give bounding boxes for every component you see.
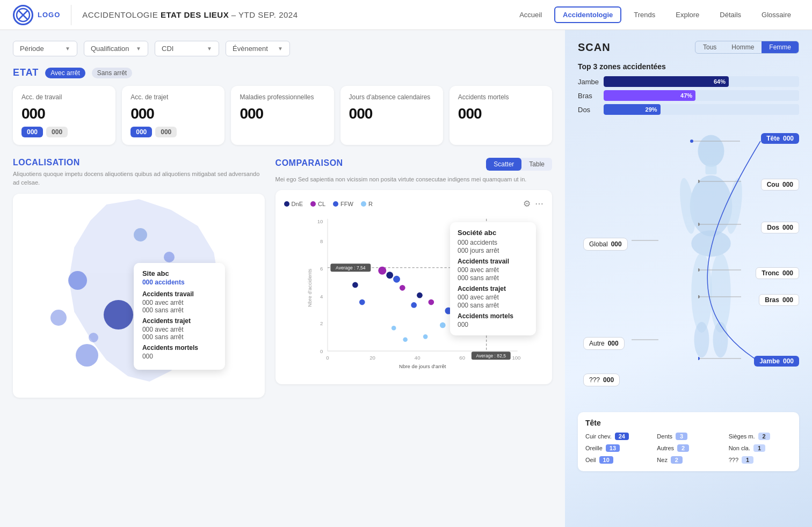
etat-title: ETAT — [13, 67, 39, 78]
badge-sans-arret[interactable]: Sans arrêt — [92, 68, 132, 78]
filter-qualification[interactable]: Qualification ▼ — [84, 41, 148, 56]
svg-text:60: 60 — [459, 355, 465, 361]
logo-icon — [13, 5, 33, 25]
card-value-jours: 000 — [349, 105, 434, 122]
legend-ffw-dot — [333, 201, 338, 207]
top3-dos-fill: 29% — [604, 104, 661, 115]
global-badge: Global 000 — [583, 238, 628, 251]
autre-badge: Autre 000 — [583, 337, 625, 350]
more-icon[interactable]: ⋯ — [535, 199, 543, 209]
detail-table: Tête Cuir chev. 24 Dents 3 Sièges m. 2 O… — [578, 412, 799, 471]
legend-dne-dot — [284, 201, 289, 207]
chevron-down-icon: ▼ — [136, 46, 141, 52]
card-label-jours: Jours d'absence calendaires — [349, 93, 434, 102]
card-btn2-trajet[interactable]: 000 — [155, 127, 177, 137]
toggle-scatter[interactable]: Scatter — [486, 158, 521, 171]
stat-card-maladies: Maladies professionnelles 000 — [231, 86, 334, 145]
detail-cuir: Cuir chev. 24 — [585, 431, 648, 441]
scatter-container: DnE CL FFW R — [276, 190, 552, 384]
scatter-dot[interactable] — [378, 267, 386, 275]
nav-explore[interactable]: Explore — [668, 7, 707, 23]
gender-femme[interactable]: Femme — [762, 41, 799, 53]
detail-count-cuir: 24 — [615, 433, 629, 440]
detail-table-title: Tête — [585, 419, 792, 427]
nav-accidentologie[interactable]: Accidentologie — [554, 6, 621, 23]
bubble-small2[interactable] — [164, 252, 175, 262]
scatter-dot[interactable] — [392, 326, 396, 331]
line-global — [632, 235, 664, 246]
svg-point-35 — [713, 322, 728, 358]
bubble-medium1[interactable] — [68, 271, 87, 290]
filter-evenement[interactable]: Évènement ▼ — [226, 41, 290, 56]
scatter-dot[interactable] — [386, 272, 393, 279]
svg-text:4: 4 — [320, 294, 323, 299]
stat-card-jours: Jours d'absence calendaires 000 — [340, 86, 443, 145]
scatter-dot[interactable] — [428, 299, 434, 305]
scatter-dot[interactable] — [423, 334, 427, 339]
tooltip-accidents: 000 accidents — [142, 279, 216, 286]
scatter-dot[interactable] — [359, 299, 365, 305]
scatter-tooltip-travail-title: Accidents travail — [458, 258, 528, 265]
body-label-jambe: Jambe 000 — [754, 356, 799, 367]
filter-icon[interactable]: ⚙ — [523, 199, 531, 209]
top3-bras-label: Bras — [578, 92, 599, 100]
top3-dos-label: Dos — [578, 106, 599, 114]
etat-header: ETAT Avec arrêt Sans arrêt — [13, 67, 552, 78]
scatter-dot[interactable] — [400, 285, 405, 291]
nav-accueil[interactable]: Accueil — [511, 7, 550, 23]
toggle-table[interactable]: Table — [521, 158, 552, 171]
bubble-large[interactable] — [104, 300, 133, 330]
filter-periode[interactable]: Période ▼ — [13, 41, 77, 56]
bubble-small1[interactable] — [134, 228, 147, 241]
svg-text:Average : 82,5: Average : 82,5 — [476, 353, 506, 358]
scatter-dot[interactable] — [417, 292, 423, 298]
svg-text:40: 40 — [414, 355, 420, 361]
scatter-tooltip-company: Société abc — [458, 229, 528, 237]
bubble-small3[interactable] — [89, 333, 98, 342]
nav-trends[interactable]: Trends — [626, 7, 663, 23]
scatter-dot[interactable] — [352, 282, 358, 288]
scatter-dot[interactable] — [411, 302, 417, 308]
bubble-medium3[interactable] — [76, 344, 98, 367]
card-btn2-travail[interactable]: 000 — [46, 127, 68, 137]
scatter-tooltip-mortels-title: Accidents mortels — [458, 312, 528, 320]
scatter-dot[interactable] — [403, 338, 408, 342]
localisation-section: LOCALISATION Aliquotiens quoque impetu d… — [13, 158, 265, 398]
tooltip-trajet: Accidents trajet 000 avec arrêt 000 sans… — [142, 317, 216, 341]
nav-details[interactable]: Détails — [712, 7, 749, 23]
top3-bars: Jambe 64% Bras 47% Dos 29% — [578, 76, 799, 115]
top3-dos-bar: 29% — [604, 104, 799, 115]
svg-rect-27 — [706, 165, 717, 175]
body-label-tronc: Tronc 000 — [756, 267, 799, 279]
top3-jambe: Jambe 64% — [578, 76, 799, 87]
gender-homme[interactable]: Homme — [724, 41, 762, 53]
detail-nez: Nez 2 — [657, 455, 720, 465]
card-btn1-trajet[interactable]: 000 — [130, 127, 152, 137]
card-value-travail: 000 — [21, 105, 107, 122]
tooltip-site: Site abc — [142, 269, 216, 277]
filter-cdi[interactable]: CDI ▼ — [155, 41, 219, 56]
gender-tous[interactable]: Tous — [695, 41, 724, 53]
bubble-medium2[interactable] — [50, 310, 67, 326]
comp-header: COMPARAISON Scatter Table — [276, 158, 552, 171]
svg-text:Nbre de jours d'arrêt: Nbre de jours d'arrêt — [399, 363, 446, 369]
card-btn1-travail[interactable]: 000 — [21, 127, 43, 137]
comparaison-section: COMPARAISON Scatter Table Mei ego Sed sa… — [276, 158, 552, 398]
filters-bar: Période ▼ Qualification ▼ CDI ▼ Évènemen… — [13, 41, 552, 56]
comp-toggle: Scatter Table — [486, 158, 552, 171]
scatter-dot[interactable] — [440, 323, 446, 328]
top3-bras-bar: 47% — [604, 90, 799, 101]
body-silhouette — [673, 122, 749, 369]
stat-card-trajet: Acc. de trajet 000 000 000 — [122, 86, 224, 145]
legend-cl-dot — [310, 201, 316, 207]
badge-avec-arret[interactable]: Avec arrêt — [45, 68, 85, 78]
detail-qqq: ??? 1 — [729, 455, 792, 465]
card-label-mortels: Accidents mortels — [458, 93, 543, 102]
nav-glossaire[interactable]: Glossaire — [753, 7, 799, 23]
card-value-maladies: 000 — [240, 105, 325, 122]
body-diagram: Tête 000 Cou 000 — [578, 122, 799, 407]
scatter-dot[interactable] — [393, 276, 400, 283]
map-container: Site abc 000 accidents Accidents travail… — [13, 194, 265, 398]
body-label-dos: Dos 000 — [761, 222, 799, 233]
gender-toggle: Tous Homme Femme — [695, 41, 799, 54]
